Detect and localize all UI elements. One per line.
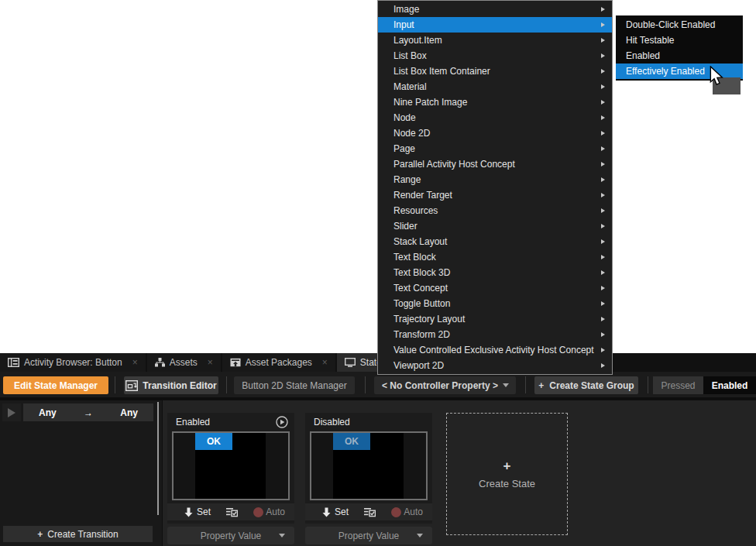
menu-item[interactable]: Nine Patch Image (378, 94, 612, 110)
state-name: Disabled (314, 417, 414, 428)
controller-property-dropdown[interactable]: < No Controller Property > (374, 376, 516, 394)
submenu-item-label: Double-Click Enabled (626, 19, 715, 30)
tab-asset-packages[interactable]: Asset Packages × (222, 353, 335, 372)
toolbar-divider (648, 376, 648, 393)
menu-item-label: Node 2D (393, 128, 601, 139)
auto-label: Auto (266, 507, 285, 517)
submenu-arrow-icon (601, 270, 605, 275)
tab-activity-browser[interactable]: Activity Browser: Button × (0, 353, 146, 372)
property-value-dropdown[interactable]: Property Value (305, 527, 432, 544)
menu-item[interactable]: Value Controlled Exclusive Activity Host… (378, 342, 612, 358)
menu-item[interactable]: Material (378, 79, 612, 94)
menu-item[interactable]: Render Target (378, 187, 612, 203)
menu-item[interactable]: Trajectory Layout (378, 311, 612, 327)
tab-assets[interactable]: Assets × (147, 353, 221, 372)
close-icon[interactable]: × (132, 357, 138, 368)
submenu-item-label: Effectively Enabled (626, 66, 705, 77)
transitions-scrollbar[interactable] (157, 402, 159, 515)
menu-item[interactable]: Slider (378, 218, 612, 234)
submenu-item[interactable]: Enabled (616, 48, 743, 64)
menu-item-label: Transform 2D (393, 329, 601, 340)
chevron-down-icon (417, 534, 423, 537)
menu-item[interactable]: Stack Layout (378, 234, 612, 249)
menu-item[interactable]: Parallel Activity Host Concept (378, 156, 612, 172)
menu-item[interactable]: List Box (378, 48, 612, 64)
close-icon[interactable]: × (322, 357, 328, 368)
menu-item[interactable]: List Box Item Container (378, 64, 612, 79)
auto-label: Auto (404, 507, 423, 517)
plus-icon: + (37, 529, 43, 540)
transition-editor-icon (125, 380, 138, 391)
property-value-label: Property Value (338, 531, 400, 541)
menu-item[interactable]: Layout.Item (378, 33, 612, 48)
menu-item-label: List Box (393, 50, 601, 61)
set-label: Set (335, 507, 349, 517)
menu-item[interactable]: Text Block (378, 249, 612, 265)
preview-ok-button: OK (195, 433, 232, 450)
state-card-body: Enabled OK (167, 413, 294, 524)
toolbar-divider (365, 376, 366, 393)
create-transition-label: Create Transition (47, 529, 118, 540)
submenu-item[interactable]: Double-Click Enabled (616, 17, 743, 33)
auto-record-dot-icon (391, 507, 401, 517)
property-value-dropdown[interactable]: Property Value (167, 527, 294, 544)
menu-item-label: Layout.Item (393, 35, 601, 46)
set-down-arrow-icon (322, 507, 331, 517)
auto-toggle[interactable]: Auto (253, 507, 285, 517)
menu-item-label: Stack Layout (393, 236, 601, 247)
submenu-arrow-icon (601, 239, 605, 244)
state-group-tab-enabled[interactable]: Enabled (703, 376, 756, 394)
auto-toggle[interactable]: Auto (391, 507, 423, 517)
menu-item-label: Text Block (393, 252, 601, 263)
submenu-arrow-icon (601, 255, 605, 259)
state-group-tab-pressed[interactable]: Pressed (653, 376, 703, 394)
properties-checkbox-icon[interactable] (226, 507, 238, 517)
menu-item-label: Text Block 3D (393, 267, 601, 278)
menu-item[interactable]: Page (378, 141, 612, 156)
set-button[interactable]: Set (184, 507, 211, 517)
menu-item-label: Slider (393, 221, 601, 232)
properties-checkbox-icon[interactable] (364, 507, 376, 517)
transition-editor-button[interactable]: Transition Editor (124, 376, 218, 394)
menu-item[interactable]: Range (378, 172, 612, 187)
submenu-arrow-icon (601, 317, 605, 321)
submenu-arrow-icon (601, 7, 605, 12)
menu-item[interactable]: Resources (378, 203, 612, 218)
create-transition-button[interactable]: + Create Transition (3, 526, 153, 542)
submenu-arrow-icon (601, 131, 605, 136)
set-down-arrow-icon (184, 507, 193, 517)
menu-item[interactable]: Text Concept (378, 280, 612, 296)
submenu-arrow-icon (601, 177, 605, 182)
create-state-label: Create State (479, 478, 535, 489)
menu-item[interactable]: Transform 2D (378, 327, 612, 342)
create-state-button[interactable]: + Create State (446, 413, 568, 535)
states-area: Enabled OK (163, 400, 756, 546)
submenu-arrow-icon (601, 301, 605, 306)
state-preview: OK (310, 431, 428, 500)
edit-state-manager-button[interactable]: Edit State Manager (3, 376, 108, 394)
create-state-group-button[interactable]: + Create State Group (534, 376, 638, 394)
menu-item[interactable]: Node (378, 110, 612, 125)
close-icon[interactable]: × (208, 357, 213, 368)
transition-to: Any (120, 407, 138, 418)
state-card-header: Disabled (305, 413, 432, 431)
set-button[interactable]: Set (322, 507, 349, 517)
preview-ok-button: OK (333, 433, 370, 450)
play-circle-icon[interactable] (276, 416, 288, 428)
submenu-item-label: Enabled (626, 50, 660, 61)
menu-item[interactable]: Node 2D (378, 125, 612, 141)
create-state-group-label: Create State Group (549, 380, 634, 391)
play-transition-button[interactable] (2, 403, 21, 421)
submenu-item[interactable]: Hit Testable (616, 33, 743, 48)
menu-item[interactable]: Viewport 2D (378, 358, 612, 373)
transition-any-to-any[interactable]: Any → Any (23, 403, 153, 421)
menu-item[interactable]: Toggle Button (378, 296, 612, 311)
menu-item[interactable]: Input (378, 17, 612, 33)
menu-item[interactable]: Image (378, 2, 612, 17)
submenu-arrow-icon (601, 100, 605, 105)
menu-item[interactable]: Text Block 3D (378, 265, 612, 280)
state-tools-panel: Activity Browser: Button × Assets × Asse… (0, 353, 756, 546)
submenu-arrow-icon (601, 363, 605, 368)
submenu-arrow-icon (601, 193, 605, 197)
transition-from: Any (39, 407, 57, 418)
